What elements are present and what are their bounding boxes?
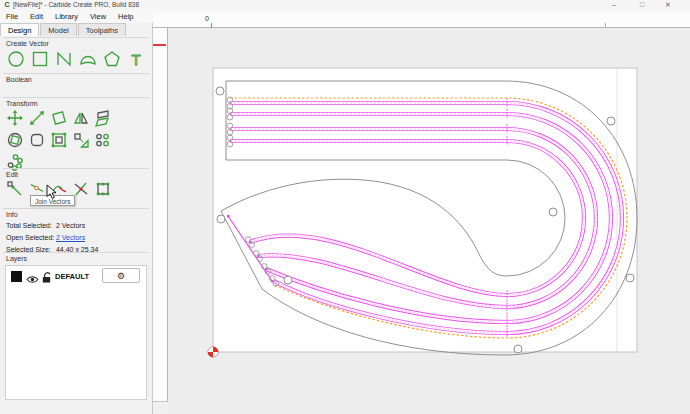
curve-tool-icon[interactable] [78,49,98,69]
ruler-horizontal: 0 [153,14,690,28]
rotate-tool-icon[interactable] [50,109,68,127]
ruler-tick [211,23,212,28]
circle-tool-icon[interactable] [6,49,26,69]
tab-model[interactable]: Model [40,23,76,36]
layer-name: DEFAULT [55,272,89,281]
layer-visibility-eye-icon[interactable] [26,271,39,289]
section-title: Transform [6,100,146,107]
section-title: Info [6,211,146,218]
polyline-tool-icon[interactable] [54,49,74,69]
layer-list[interactable]: DEFAULT ⚙ [5,265,147,400]
scale-tool-icon[interactable] [28,109,46,127]
layer-color-swatch[interactable] [11,271,22,282]
section-edit: Edit [3,168,149,198]
section-info: Info Total Selected: 2 Vectors Open Sele… [3,208,149,256]
open-selected-link[interactable]: 2 Vectors [56,234,85,241]
section-title: Create Vector [6,40,146,47]
section-boolean: Boolean [3,73,149,97]
svg-text:T: T [131,51,140,68]
ruler-zero-label: 0 [200,15,214,22]
origin-marker[interactable] [208,347,218,357]
layer-settings-button[interactable]: ⚙ [102,268,140,283]
section-title: Layers [6,255,146,262]
offset-tool-icon[interactable] [50,131,68,149]
info-open-selected: Open Selected: 2 Vectors [6,232,146,244]
section-title: Boolean [6,76,146,83]
scale-proportional-tool-icon[interactable] [72,131,90,149]
main-tabs: Design Model Toolpaths [0,23,127,36]
info-label: Open Selected: [6,232,54,244]
ruler-vertical [153,28,168,402]
section-title: Edit [6,171,146,178]
info-value: 2 Vectors [56,222,85,229]
section-transform: Transform [3,97,149,171]
edit-nodes-tool-icon[interactable] [6,180,24,198]
design-panel: Design Model Toolpaths Create Vector T B… [0,23,153,414]
ruler-tick [605,23,606,28]
tab-toolpaths[interactable]: Toolpaths [78,23,126,36]
info-label: Total Selected: [6,220,54,232]
ruler-position-marker [153,44,166,46]
polygon-tool-icon[interactable] [102,49,122,69]
mouse-cursor [46,184,58,200]
move-tool-icon[interactable] [6,109,24,127]
close-vector-tool-icon[interactable] [94,180,112,198]
layer-unlock-icon[interactable] [41,270,52,288]
linear-array-tool-icon[interactable] [94,131,112,149]
layer-row-default[interactable]: DEFAULT ⚙ [6,266,146,286]
section-create-vector: Create Vector T [3,37,149,69]
tab-design[interactable]: Design [0,23,39,36]
fillet-tool-icon[interactable] [28,131,46,149]
rotate-copy-tool-icon[interactable] [6,131,24,149]
shear-tool-icon[interactable] [94,109,112,127]
text-tool-icon[interactable]: T [126,49,146,69]
info-total-selected: Total Selected: 2 Vectors [6,220,146,232]
rectangle-tool-icon[interactable] [30,49,50,69]
section-layers: Layers DEFAULT ⚙ [3,252,149,400]
app-window: C [NewFile]* - Carbide Create PRO, Build… [0,0,690,414]
flip-tool-icon[interactable] [72,109,90,127]
